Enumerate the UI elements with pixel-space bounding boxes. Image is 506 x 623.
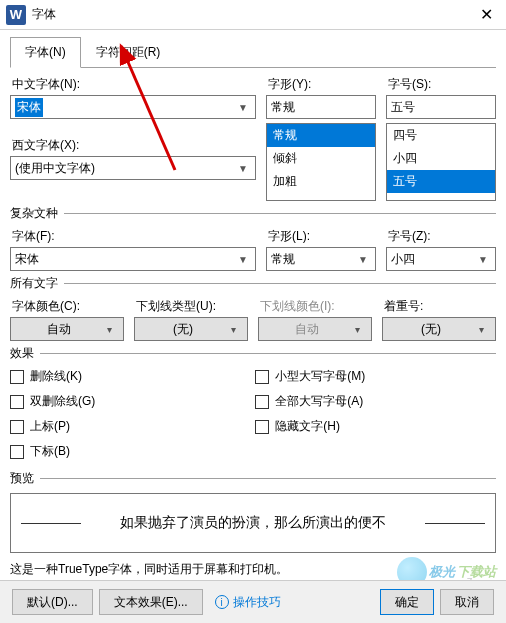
list-item[interactable]: 常规 bbox=[267, 124, 375, 147]
checkbox-box bbox=[255, 420, 269, 434]
chevron-down-icon: ▾ bbox=[101, 324, 117, 335]
emphasis-value: (无) bbox=[389, 321, 473, 338]
effects-legend: 效果 bbox=[10, 345, 34, 362]
checkbox-box bbox=[10, 420, 24, 434]
checkbox-box bbox=[10, 395, 24, 409]
list-item[interactable]: 加粗 bbox=[267, 170, 375, 193]
tab-bar: 字体(N) 字符间距(R) bbox=[10, 36, 496, 68]
window-title: 字体 bbox=[32, 6, 466, 23]
checkbox-label: 双删除线(G) bbox=[30, 393, 95, 410]
style-listbox[interactable]: 常规 倾斜 加粗 bbox=[266, 123, 376, 201]
size-label: 字号(S): bbox=[388, 76, 496, 93]
checkbox-box bbox=[255, 370, 269, 384]
checkbox-smallcaps[interactable]: 小型大写字母(M) bbox=[255, 368, 365, 385]
western-font-label: 西文字体(X): bbox=[12, 137, 256, 154]
checkbox-label: 隐藏文字(H) bbox=[275, 418, 340, 435]
preview-text: 如果抛弃了演员的扮演，那么所演出的便不 bbox=[120, 514, 386, 532]
underline-color-dropdown: 自动 ▾ bbox=[258, 317, 372, 341]
complex-size-value: 小四 bbox=[391, 251, 415, 268]
checkbox-label: 下标(B) bbox=[30, 443, 70, 460]
tips-link[interactable]: i 操作技巧 bbox=[215, 594, 281, 611]
checkbox-label: 小型大写字母(M) bbox=[275, 368, 365, 385]
chinese-font-combo[interactable]: 宋体 ▼ bbox=[10, 95, 256, 119]
chevron-down-icon: ▾ bbox=[225, 324, 241, 335]
chevron-down-icon: ▼ bbox=[235, 254, 251, 265]
tab-spacing[interactable]: 字符间距(R) bbox=[81, 37, 176, 68]
chevron-down-icon: ▾ bbox=[349, 324, 365, 335]
emphasis-label: 着重号: bbox=[384, 298, 496, 315]
preview-box: 如果抛弃了演员的扮演，那么所演出的便不 bbox=[10, 493, 496, 553]
checkbox-box bbox=[255, 395, 269, 409]
default-button[interactable]: 默认(D)... bbox=[12, 589, 93, 615]
checkbox-strike[interactable]: 删除线(K) bbox=[10, 368, 95, 385]
checkbox-super[interactable]: 上标(P) bbox=[10, 418, 95, 435]
style-input[interactable]: 常规 bbox=[266, 95, 376, 119]
list-item[interactable]: 倾斜 bbox=[267, 147, 375, 170]
checkbox-label: 删除线(K) bbox=[30, 368, 82, 385]
size-value: 五号 bbox=[391, 99, 415, 116]
checkbox-dblstrike[interactable]: 双删除线(G) bbox=[10, 393, 95, 410]
checkbox-hidden[interactable]: 隐藏文字(H) bbox=[255, 418, 365, 435]
chevron-down-icon: ▼ bbox=[235, 163, 251, 174]
preview-legend: 预览 bbox=[10, 470, 34, 487]
size-input[interactable]: 五号 bbox=[386, 95, 496, 119]
checkbox-box bbox=[10, 370, 24, 384]
complex-legend: 复杂文种 bbox=[10, 205, 58, 222]
western-font-value: (使用中文字体) bbox=[15, 160, 95, 177]
checkbox-box bbox=[10, 445, 24, 459]
close-button[interactable]: ✕ bbox=[466, 0, 506, 30]
checkbox-label: 全部大写字母(A) bbox=[275, 393, 363, 410]
complex-font-combo[interactable]: 宋体 ▼ bbox=[10, 247, 256, 271]
underline-color-label: 下划线颜色(I): bbox=[260, 298, 372, 315]
underline-type-dropdown[interactable]: (无) ▾ bbox=[134, 317, 248, 341]
chevron-down-icon: ▼ bbox=[355, 254, 371, 265]
underline-type-value: (无) bbox=[141, 321, 225, 338]
underline-type-label: 下划线类型(U): bbox=[136, 298, 248, 315]
checkbox-allcaps[interactable]: 全部大写字母(A) bbox=[255, 393, 365, 410]
complex-font-value: 宋体 bbox=[15, 251, 39, 268]
chinese-font-value: 宋体 bbox=[15, 98, 43, 117]
list-item[interactable]: 小四 bbox=[387, 147, 495, 170]
cancel-button[interactable]: 取消 bbox=[440, 589, 494, 615]
style-value: 常规 bbox=[271, 99, 295, 116]
complex-size-combo[interactable]: 小四 ▼ bbox=[386, 247, 496, 271]
app-icon: W bbox=[6, 5, 26, 25]
chevron-down-icon: ▾ bbox=[473, 324, 489, 335]
ok-button[interactable]: 确定 bbox=[380, 589, 434, 615]
underline-color-value: 自动 bbox=[265, 321, 349, 338]
tab-font[interactable]: 字体(N) bbox=[10, 37, 81, 68]
list-item[interactable]: 五号 bbox=[387, 170, 495, 193]
font-color-value: 自动 bbox=[17, 321, 101, 338]
checkbox-label: 上标(P) bbox=[30, 418, 70, 435]
complex-style-combo[interactable]: 常规 ▼ bbox=[266, 247, 376, 271]
western-font-combo[interactable]: (使用中文字体) ▼ bbox=[10, 156, 256, 180]
complex-size-label: 字号(Z): bbox=[388, 228, 496, 245]
font-description: 这是一种TrueType字体，同时适用于屏幕和打印机。 bbox=[10, 561, 496, 578]
style-label: 字形(Y): bbox=[268, 76, 376, 93]
chevron-down-icon: ▼ bbox=[475, 254, 491, 265]
complex-style-value: 常规 bbox=[271, 251, 295, 268]
chinese-font-label: 中文字体(N): bbox=[12, 76, 256, 93]
complex-style-label: 字形(L): bbox=[268, 228, 376, 245]
info-icon: i bbox=[215, 595, 229, 609]
complex-font-label: 字体(F): bbox=[12, 228, 256, 245]
font-color-dropdown[interactable]: 自动 ▾ bbox=[10, 317, 124, 341]
checkbox-sub[interactable]: 下标(B) bbox=[10, 443, 95, 460]
chevron-down-icon: ▼ bbox=[235, 102, 251, 113]
tips-label: 操作技巧 bbox=[233, 594, 281, 611]
size-listbox[interactable]: 四号 小四 五号 bbox=[386, 123, 496, 201]
list-item[interactable]: 四号 bbox=[387, 124, 495, 147]
font-color-label: 字体颜色(C): bbox=[12, 298, 124, 315]
emphasis-dropdown[interactable]: (无) ▾ bbox=[382, 317, 496, 341]
all-text-legend: 所有文字 bbox=[10, 275, 58, 292]
text-effects-button[interactable]: 文本效果(E)... bbox=[99, 589, 203, 615]
